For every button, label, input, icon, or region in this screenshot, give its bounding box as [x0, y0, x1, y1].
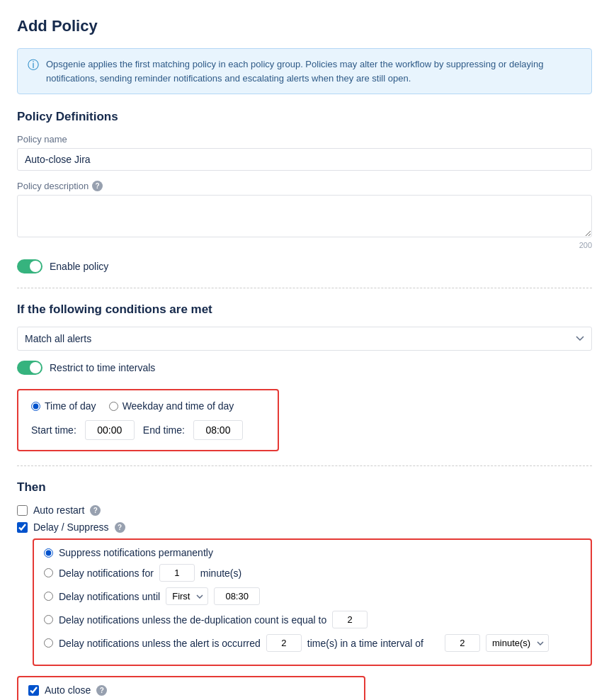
end-time-label: End time:: [143, 424, 185, 436]
delay-occurred-label: Delay notifications unless the alert is …: [59, 638, 261, 649]
auto-close-row: Auto close ?: [28, 684, 354, 696]
auto-close-box: Auto close ? Close alert automatically m…: [17, 676, 365, 700]
weekday-time-option[interactable]: Weekday and time of day: [109, 400, 234, 412]
time-of-day-option[interactable]: Time of day: [31, 400, 96, 412]
policy-description-textarea[interactable]: [17, 195, 592, 237]
delay-until-row: Delay notifications until First: [44, 587, 581, 605]
auto-close-label: Auto close: [45, 684, 91, 696]
time-type-radio-row: Time of day Weekday and time of day: [31, 400, 265, 412]
info-banner: ⓘ Opsgenie applies the first matching po…: [17, 48, 592, 94]
info-banner-text: Opsgenie applies the first matching poli…: [46, 57, 581, 85]
weekday-time-label: Weekday and time of day: [123, 400, 234, 412]
policy-name-input[interactable]: [17, 148, 592, 171]
delay-interval-input[interactable]: [445, 634, 480, 652]
delay-until-time-input[interactable]: [214, 587, 260, 605]
restrict-time-toggle[interactable]: [17, 361, 42, 375]
delay-until-label: Delay notifications until: [59, 591, 160, 602]
delay-for-row: Delay notifications for minute(s): [44, 564, 581, 582]
suppress-permanently-label: Suppress notifications permanently: [59, 547, 213, 558]
delay-interval-unit-select[interactable]: minute(s): [486, 634, 549, 652]
delay-occurred-radio[interactable]: [44, 638, 53, 648]
delay-suppress-help-icon[interactable]: ?: [115, 522, 125, 533]
start-time-input[interactable]: [85, 420, 135, 440]
delay-dedup-row: Delay notifications unless the de-duplic…: [44, 611, 581, 628]
delay-suppress-box: Suppress notifications permanently Delay…: [33, 538, 592, 666]
restrict-time-label: Restrict to time intervals: [50, 362, 155, 373]
then-title: Then: [17, 480, 592, 495]
policy-description-group: Policy description ? 200: [17, 181, 592, 249]
auto-restart-label: Auto restart: [33, 504, 84, 516]
enable-policy-row: Enable policy: [17, 259, 592, 273]
delay-occurred-row: Delay notifications unless the alert is …: [44, 634, 581, 652]
restrict-time-row: Restrict to time intervals: [17, 361, 592, 375]
page-title: Add Policy: [17, 17, 592, 35]
auto-close-section: Auto close ? Close alert automatically m…: [17, 673, 592, 700]
auto-close-help-icon[interactable]: ?: [96, 685, 107, 696]
policy-name-label: Policy name: [17, 134, 592, 145]
delay-suppress-label: Delay / Suppress: [33, 521, 109, 533]
policy-description-help-icon[interactable]: ?: [92, 181, 103, 191]
policy-description-label: Policy description ?: [17, 181, 592, 191]
enable-policy-label: Enable policy: [50, 261, 108, 272]
end-time-input[interactable]: [193, 420, 243, 440]
delay-for-radio[interactable]: [44, 568, 53, 577]
auto-restart-checkbox[interactable]: [17, 505, 28, 516]
divider-2: [17, 465, 592, 466]
then-section: Then Auto restart ? Delay / Suppress ? S…: [17, 480, 592, 700]
time-of-day-label: Time of day: [45, 400, 96, 412]
time-range-row: Start time: End time:: [31, 420, 265, 440]
time-interval-box: Time of day Weekday and time of day Star…: [17, 389, 279, 451]
delay-for-input[interactable]: [159, 564, 195, 582]
delay-dedup-input[interactable]: [332, 611, 368, 628]
conditions-title: If the following conditions are met: [17, 303, 592, 317]
match-dropdown[interactable]: Match all alerts: [17, 327, 592, 351]
divider-1: [17, 288, 592, 288]
auto-restart-row: Auto restart ?: [17, 504, 592, 516]
delay-occurred-input[interactable]: [266, 634, 302, 652]
policy-name-group: Policy name: [17, 134, 592, 171]
info-icon: ⓘ: [28, 58, 39, 73]
delay-occurred-suffix: time(s) in a time interval of: [307, 638, 423, 649]
enable-policy-toggle[interactable]: [17, 259, 42, 273]
conditions-section: If the following conditions are met Matc…: [17, 303, 592, 451]
char-count: 200: [17, 241, 592, 249]
delay-for-unit: minute(s): [200, 568, 241, 579]
policy-definitions-section: Policy Definitions Policy name Policy de…: [17, 110, 592, 273]
delay-dedup-radio[interactable]: [44, 615, 53, 624]
match-dropdown-group: Match all alerts: [17, 327, 592, 351]
policy-definitions-title: Policy Definitions: [17, 110, 592, 124]
suppress-permanently-option[interactable]: Suppress notifications permanently: [44, 547, 581, 558]
delay-until-select[interactable]: First: [166, 587, 208, 605]
delay-for-label: Delay notifications for: [59, 568, 154, 579]
start-time-label: Start time:: [31, 424, 76, 436]
delay-interval-inner: minute(s): [445, 634, 549, 652]
delay-suppress-row: Delay / Suppress ?: [17, 521, 592, 533]
auto-restart-help-icon[interactable]: ?: [90, 505, 101, 516]
delay-dedup-label: Delay notifications unless the de-duplic…: [59, 614, 326, 626]
auto-close-checkbox[interactable]: [28, 685, 39, 696]
delay-until-radio[interactable]: [44, 592, 53, 601]
delay-suppress-checkbox[interactable]: [17, 522, 28, 533]
